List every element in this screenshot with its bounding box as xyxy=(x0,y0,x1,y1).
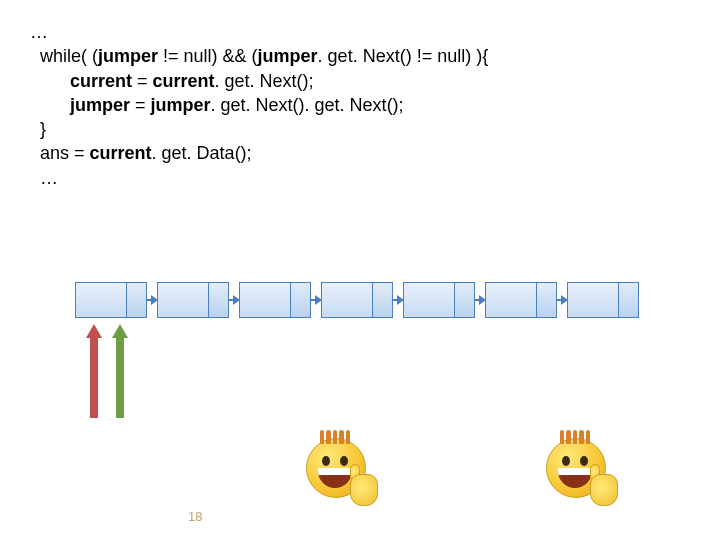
code-line-1: … xyxy=(30,20,488,44)
list-node xyxy=(403,282,475,318)
kw-current: current xyxy=(90,143,152,163)
jumper-pointer-arrow xyxy=(112,324,128,418)
ellipsis: … xyxy=(30,22,48,42)
list-node xyxy=(75,282,147,318)
code-line-6: ans = current. get. Data(); xyxy=(30,141,488,165)
code-line-4: jumper = jumper. get. Next(). get. Next(… xyxy=(30,93,488,117)
kw-jumper: jumper xyxy=(151,95,211,115)
t: = xyxy=(130,95,151,115)
list-node xyxy=(239,282,311,318)
t: = xyxy=(132,71,153,91)
list-node xyxy=(567,282,639,318)
code-line-3: current = current. get. Next(); xyxy=(30,69,488,93)
t: . get. Next(); xyxy=(215,71,314,91)
list-link-arrow xyxy=(557,299,567,301)
list-link-arrow xyxy=(229,299,239,301)
t: while( ( xyxy=(40,46,98,66)
list-link-arrow xyxy=(393,299,403,301)
kw-current: current xyxy=(153,71,215,91)
code-line-2: while( (jumper != null) && (jumper. get.… xyxy=(30,44,488,68)
t: . get. Next() != null) ){ xyxy=(318,46,489,66)
thumbs-up-emoji-icon xyxy=(540,432,612,504)
code-line-7: … xyxy=(30,166,488,190)
t: . get. Next(). get. Next(); xyxy=(211,95,404,115)
current-pointer-arrow xyxy=(86,324,102,418)
kw-jumper: jumper xyxy=(70,95,130,115)
ellipsis: … xyxy=(40,168,58,188)
kw-jumper: jumper xyxy=(98,46,158,66)
list-node xyxy=(157,282,229,318)
code-line-5: } xyxy=(30,117,488,141)
list-link-arrow xyxy=(311,299,321,301)
brace: } xyxy=(40,119,46,139)
linked-list-diagram xyxy=(75,282,639,318)
list-node xyxy=(485,282,557,318)
t: ans = xyxy=(40,143,90,163)
kw-current: current xyxy=(70,71,132,91)
t: != null) && ( xyxy=(158,46,258,66)
list-node xyxy=(321,282,393,318)
page-number: 18 xyxy=(188,509,202,524)
code-block: … while( (jumper != null) && (jumper. ge… xyxy=(30,20,488,190)
kw-jumper: jumper xyxy=(258,46,318,66)
list-link-arrow xyxy=(147,299,157,301)
list-link-arrow xyxy=(475,299,485,301)
t: . get. Data(); xyxy=(152,143,252,163)
thumbs-up-emoji-icon xyxy=(300,432,372,504)
